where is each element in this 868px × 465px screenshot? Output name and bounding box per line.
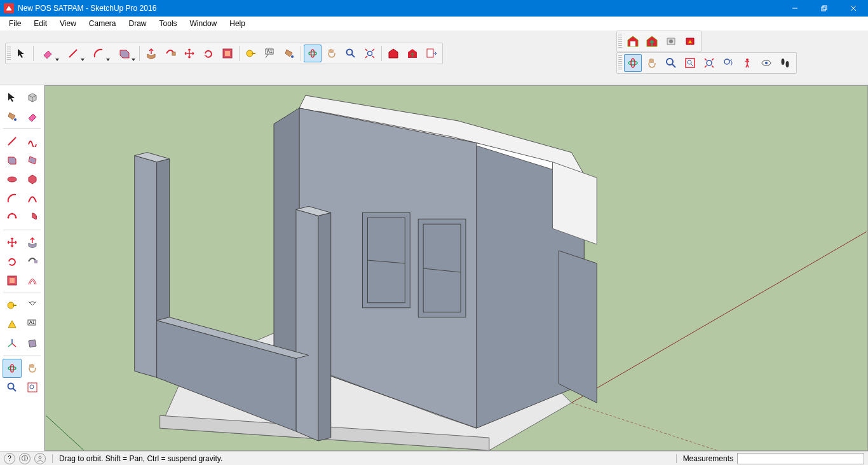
principal-toolbar: A1: [5, 43, 443, 64]
measurements-label: Measurements: [683, 454, 733, 463]
tape-tool-button[interactable]: [242, 45, 260, 62]
signin-icon[interactable]: [34, 453, 46, 464]
zoom-extents-tool-button[interactable]: [361, 45, 379, 62]
zoom-tool-button[interactable]: [342, 45, 360, 62]
svg-point-29: [291, 55, 294, 58]
svg-point-39: [11, 213, 13, 215]
lt-pan[interactable]: [23, 359, 42, 378]
measurements-input[interactable]: [737, 453, 864, 464]
svg-text:A1: A1: [29, 320, 35, 324]
arc-tool-button[interactable]: [87, 45, 111, 62]
svg-rect-55: [28, 383, 37, 392]
pan-tool-button[interactable]: [323, 45, 341, 62]
close-button[interactable]: [839, 0, 868, 17]
eraser-tool-button[interactable]: [36, 45, 60, 62]
toolbar-grip[interactable]: [7, 46, 11, 61]
lt-arc[interactable]: [3, 189, 22, 208]
lt-circle[interactable]: [3, 170, 22, 189]
rectangle-tool-button[interactable]: [112, 45, 137, 62]
lt-section[interactable]: [23, 334, 42, 353]
lt-3ptarc[interactable]: [3, 208, 22, 227]
lt-zoomwin[interactable]: [23, 378, 42, 397]
svg-point-40: [15, 217, 17, 219]
svg-point-51: [8, 367, 16, 370]
svg-point-52: [10, 364, 13, 372]
lt-scale[interactable]: [3, 271, 22, 290]
lt-move[interactable]: [3, 233, 22, 252]
menu-tools[interactable]: Tools: [153, 18, 184, 29]
lt-2ptarc[interactable]: [23, 189, 42, 208]
svg-rect-35: [427, 49, 433, 57]
menu-view[interactable]: View: [53, 18, 83, 29]
menu-camera[interactable]: Camera: [83, 18, 123, 29]
svg-rect-23: [225, 51, 230, 56]
lt-rect[interactable]: [3, 151, 22, 170]
svg-line-28: [266, 54, 268, 58]
window-title: New POS SATPAM - SketchUp Pro 2016: [18, 4, 780, 13]
text-tool-button[interactable]: A1: [261, 45, 279, 62]
menu-edit[interactable]: Edit: [27, 18, 53, 29]
lt-select[interactable]: [3, 88, 22, 107]
lt-polygon[interactable]: [23, 170, 42, 189]
lt-followme[interactable]: [23, 252, 42, 271]
move-tool-button[interactable]: [180, 45, 198, 62]
lt-dim[interactable]: [3, 315, 22, 334]
lt-eraser[interactable]: [23, 107, 42, 126]
menu-bar: File Edit View Camera Draw Tools Window …: [0, 17, 868, 31]
status-bar: ? ⓘ Drag to orbit. Shift = Pan, Ctrl = s…: [0, 451, 868, 465]
lt-line[interactable]: [3, 132, 22, 151]
offset-tool-button[interactable]: [219, 45, 236, 62]
main-area: A1: [0, 85, 868, 451]
lt-component[interactable]: [23, 88, 42, 107]
svg-point-34: [368, 52, 372, 56]
orbit-tool-button[interactable]: [304, 45, 322, 62]
lt-tape[interactable]: [3, 296, 22, 315]
svg-text:A1: A1: [267, 49, 273, 53]
svg-rect-21: [172, 52, 175, 55]
lt-protractor[interactable]: [23, 296, 42, 315]
model-viewport[interactable]: [44, 85, 868, 451]
lt-paint[interactable]: [3, 107, 22, 126]
window-titlebar: New POS SATPAM - SketchUp Pro 2016: [0, 0, 868, 17]
lt-zoom[interactable]: [3, 378, 22, 397]
svg-rect-45: [13, 305, 17, 306]
lt-rotrect[interactable]: [23, 151, 42, 170]
menu-help[interactable]: Help: [223, 18, 252, 29]
svg-point-37: [8, 177, 17, 182]
followme-tool-button[interactable]: [161, 45, 179, 62]
line-tool-button[interactable]: [62, 45, 86, 62]
menu-draw[interactable]: Draw: [123, 18, 153, 29]
send-to-layout-button[interactable]: [423, 45, 440, 62]
credits-icon[interactable]: ⓘ: [19, 453, 31, 464]
menu-window[interactable]: Window: [184, 18, 224, 29]
svg-point-36: [14, 118, 17, 121]
lt-rotate[interactable]: [3, 252, 22, 271]
lt-text[interactable]: A1: [23, 315, 42, 334]
svg-point-31: [311, 50, 315, 57]
svg-rect-43: [10, 278, 15, 283]
svg-line-49: [8, 344, 12, 347]
paint-tool-button[interactable]: [280, 45, 298, 62]
lt-pushpull[interactable]: [23, 233, 42, 252]
rotate-tool-button[interactable]: [200, 45, 217, 62]
svg-rect-73: [423, 224, 461, 312]
svg-point-86: [39, 456, 41, 459]
svg-rect-70: [367, 218, 405, 303]
menu-file[interactable]: File: [3, 18, 27, 29]
lt-orbit[interactable]: [3, 359, 22, 378]
geo-location-icon[interactable]: ?: [4, 453, 15, 464]
app-icon: [4, 3, 14, 13]
minimize-button[interactable]: [780, 0, 810, 17]
maximize-button[interactable]: [810, 0, 839, 17]
svg-marker-77: [559, 251, 597, 403]
lt-axes[interactable]: [3, 334, 22, 353]
lt-pie[interactable]: [23, 208, 42, 227]
get-models-button[interactable]: [384, 45, 402, 62]
svg-line-50: [12, 344, 16, 347]
select-tool-button[interactable]: [13, 45, 31, 62]
lt-offset[interactable]: [23, 271, 42, 290]
lt-freehand[interactable]: [23, 132, 42, 151]
pushpull-tool-button[interactable]: [142, 45, 160, 62]
svg-point-30: [309, 52, 316, 55]
share-component-button[interactable]: [403, 45, 421, 62]
